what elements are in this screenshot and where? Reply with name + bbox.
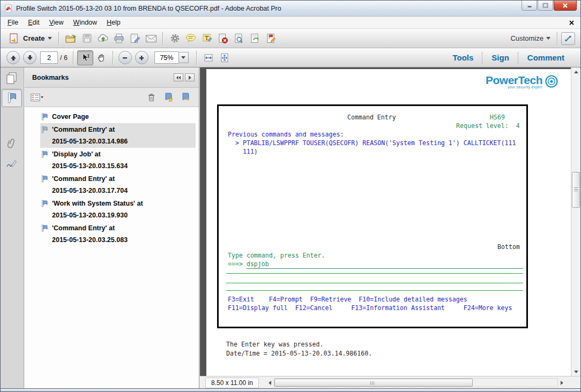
highlight-text-button[interactable]: T — [199, 31, 215, 46]
minimize-icon — [527, 3, 532, 8]
bookmarks-panel-header: Bookmarks — [25, 67, 199, 88]
horizontal-scrollbar[interactable] — [266, 378, 565, 387]
bookmark-icon — [41, 125, 48, 134]
page-number-input[interactable] — [40, 51, 58, 64]
menu-item-file[interactable]: File — [3, 17, 23, 28]
close-document-button[interactable] — [568, 19, 575, 27]
options-list-icon — [31, 93, 43, 102]
scroll-down-button[interactable] — [571, 367, 580, 376]
input-rule — [226, 283, 523, 283]
bookmark-title: 'Work with System Status' at — [52, 198, 143, 209]
page-thumbnails-tab-button[interactable] — [2, 69, 22, 87]
delete-pages-button[interactable] — [215, 31, 231, 46]
sign-tab[interactable]: Sign — [483, 51, 518, 64]
bookmark-item-command-entry-3[interactable]: 'Command Entry' at 2015-05-13-20.03.25.0… — [40, 222, 196, 246]
bookmark-item-display-job[interactable]: 'Display Job' at 2015-05-13-20.03.15.634 — [40, 148, 196, 172]
close-button[interactable] — [554, 1, 577, 11]
select-tool-button[interactable] — [77, 50, 93, 65]
bookmark-icon — [41, 199, 48, 208]
zoom-out-button[interactable] — [118, 51, 132, 64]
menu-item-help[interactable]: Help — [102, 17, 125, 28]
bottom-indicator-row: Bottom — [228, 243, 523, 252]
edit-form-button[interactable] — [263, 31, 279, 46]
bookmark-timestamp: 2015-05-13-20.03.19.930 — [52, 209, 143, 221]
bookmark-item-work-with-system-status[interactable]: 'Work with System Status' at 2015-05-13-… — [40, 197, 196, 222]
customize-button[interactable]: Customize — [508, 33, 554, 44]
create-button[interactable]: Create — [5, 32, 55, 46]
menu-item-edit[interactable]: Edit — [23, 17, 44, 28]
bookmark-timestamp: 2015-05-13-20.03.15.634 — [52, 160, 128, 172]
main-toolbar: Create — [1, 29, 580, 48]
menu-item-view[interactable]: View — [44, 17, 69, 28]
horizontal-scrollbar-track[interactable] — [274, 378, 558, 387]
zoom-dropdown-button[interactable] — [178, 52, 189, 63]
vertical-scrollbar[interactable] — [571, 67, 580, 376]
form-flag-pencil-icon — [265, 33, 277, 44]
signatures-tab-button[interactable] — [2, 155, 22, 173]
expand-toolbar-button[interactable] — [561, 32, 575, 45]
print-button[interactable] — [111, 31, 127, 46]
paperclip-icon — [6, 138, 17, 150]
entry-underline — [269, 260, 523, 269]
previous-page-button[interactable] — [6, 51, 20, 64]
share-upload-button[interactable] — [95, 31, 111, 46]
bookmark-item-command-entry-2[interactable]: 'Command Entry' at 2015-05-13-20.03.17.7… — [40, 172, 196, 197]
hand-tool-button[interactable] — [93, 50, 109, 65]
fit-page-icon — [219, 52, 230, 63]
fit-page-button[interactable] — [217, 50, 233, 65]
next-page-button[interactable] — [23, 51, 36, 64]
collapse-panel-button[interactable] — [174, 73, 183, 81]
scroll-right-button[interactable] — [558, 378, 565, 387]
email-button[interactable] — [143, 31, 159, 46]
down-arrow-icon — [574, 371, 578, 373]
bookmark-options-button[interactable] — [30, 91, 44, 104]
search-document-button[interactable] — [231, 31, 247, 46]
panel-menu-button[interactable] — [185, 73, 195, 81]
fit-width-button[interactable] — [200, 50, 217, 65]
comment-button[interactable] — [183, 31, 199, 46]
scrollbar-grip — [574, 187, 578, 191]
trash-icon — [147, 93, 156, 102]
maximize-button[interactable] — [538, 1, 553, 11]
scroll-left-button[interactable] — [266, 378, 274, 387]
open-file-button[interactable] — [63, 31, 79, 46]
signature-icon — [6, 159, 18, 169]
bookmarks-list: Cover Page 'Command Entry' at 2015-05-13… — [25, 107, 199, 246]
chevron-down-icon — [546, 37, 550, 40]
bookmark-item-cover-page[interactable]: Cover Page — [40, 110, 196, 123]
bookmark-goto-button[interactable] — [178, 91, 192, 104]
delete-bookmark-button[interactable] — [144, 91, 158, 104]
attachments-tab-button[interactable] — [2, 135, 22, 153]
horizontal-scrollbar-thumb[interactable] — [274, 379, 473, 387]
plus-icon — [138, 55, 145, 61]
page-count-label: / 6 — [60, 54, 68, 62]
export-document-button[interactable] — [247, 31, 263, 46]
pen-document-icon — [129, 33, 141, 44]
separator — [73, 51, 74, 65]
hand-icon — [96, 53, 106, 63]
tools-tab[interactable]: Tools — [444, 51, 482, 64]
comment-tab[interactable]: Comment — [519, 51, 573, 64]
settings-button[interactable] — [167, 31, 183, 46]
bookmark-item-command-entry-1[interactable]: 'Command Entry' at 2015-05-13-20.03.14.9… — [40, 123, 196, 148]
bookmark-ribbon-icon — [6, 92, 17, 104]
bookmark-title: Cover Page — [52, 111, 89, 123]
print-icon — [113, 33, 125, 44]
bookmark-icon — [41, 175, 48, 183]
scroll-up-button[interactable] — [571, 67, 580, 76]
entry-value: dspjob — [247, 260, 269, 269]
separator — [162, 32, 163, 46]
new-bookmark-button[interactable] — [161, 91, 175, 104]
powertech-logo: PowerTech your security expert — [486, 74, 558, 89]
bookmarks-tab-button[interactable] — [2, 89, 22, 107]
save-button[interactable] — [79, 31, 95, 46]
pen-document-button[interactable] — [127, 31, 143, 46]
vertical-scrollbar-thumb[interactable] — [572, 172, 580, 208]
request-level-row: Request level: 4 — [228, 122, 523, 131]
scrollbar-grip — [370, 381, 375, 385]
save-icon — [81, 33, 93, 44]
zoom-level-input[interactable] — [154, 51, 178, 64]
minimize-button[interactable] — [522, 1, 537, 11]
zoom-in-button[interactable] — [135, 51, 148, 64]
menu-item-window[interactable]: Window — [69, 17, 102, 28]
